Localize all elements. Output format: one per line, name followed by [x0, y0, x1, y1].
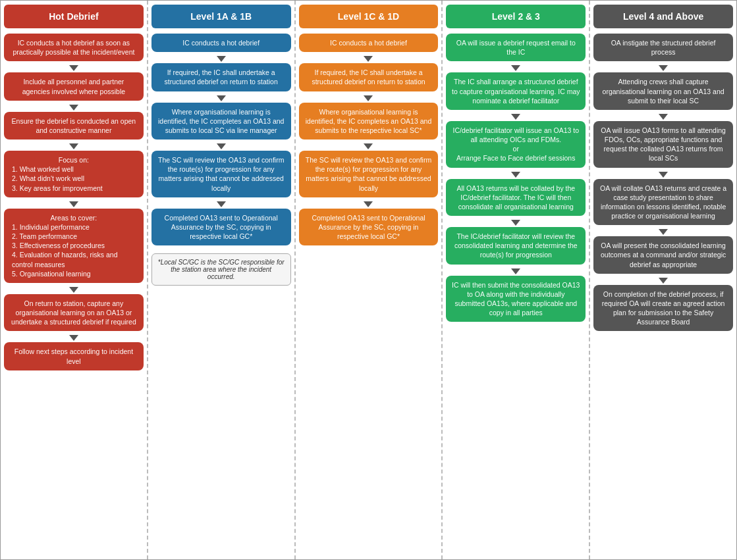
box-level-1c-1d-4: Completed OA13 sent to Operational Assur…: [299, 209, 439, 246]
flow-arrow: [69, 143, 78, 149]
box-level-4-above-2: OA will issue OA13 forms to all attendin…: [593, 121, 733, 168]
box-level-2-3-1: The IC shall arrange a structured debrie…: [446, 72, 586, 110]
flow-arrow: [659, 65, 668, 71]
header-level-1c-1d: Level 1C & 1D: [299, 5, 439, 28]
flow-arrow: [659, 114, 668, 120]
box-level-4-above-4: OA will present the consolidated learnin…: [593, 236, 733, 274]
flow-arrow: [217, 201, 226, 207]
box-hot-debrief-0: IC conducts a hot debrief as soon as pra…: [4, 34, 144, 61]
flow-arrow: [69, 65, 78, 71]
box-level-2-3-2: IC/debrief facilitator will issue an OA1…: [446, 121, 586, 168]
column-level-2-3: Level 2 & 3OA will issue a debrief reque…: [443, 1, 590, 559]
header-level-1a-1b: Level 1A & 1B: [151, 5, 291, 28]
box-level-1c-1d-0: IC conducts a hot debrief: [299, 34, 439, 52]
flow-arrow: [659, 278, 668, 284]
column-hot-debrief: Hot DebriefIC conducts a hot debrief as …: [1, 1, 148, 559]
box-level-1a-1b-0: IC conducts a hot debrief: [151, 34, 291, 52]
flow-arrow: [511, 268, 520, 274]
column-level-4-above: Level 4 and AboveOA instigate the struct…: [590, 1, 736, 559]
flow-arrow: [69, 201, 78, 207]
box-level-2-3-4: The IC/debrief facilitator will review t…: [446, 227, 586, 265]
box-level-4-above-0: OA instigate the structured debrief proc…: [593, 34, 733, 61]
box-level-2-3-5: IC will then submit the consolidated OA1…: [446, 276, 586, 322]
flow-arrow: [69, 335, 78, 341]
box-level-1a-1b-4: Completed OA13 sent to Operational Assur…: [151, 209, 291, 246]
box-level-1c-1d-2: Where organisational learning is identif…: [299, 103, 439, 140]
flow-arrow: [217, 143, 226, 149]
box-level-1a-1b-3: The SC will review the OA13 and confirm …: [151, 151, 291, 197]
box-level-4-above-5: On completion of the debrief process, if…: [593, 285, 733, 332]
box-hot-debrief-2: Ensure the debrief is conducted an open …: [4, 112, 144, 140]
flow-arrow: [69, 105, 78, 111]
box-level-4-above-3: OA will collate OA13 returns and create …: [593, 179, 733, 226]
box-level-2-3-3: All OA13 returns will be collated by the…: [446, 179, 586, 216]
flow-arrow: [511, 65, 520, 71]
box-hot-debrief-5: On return to station, capture any organi…: [4, 294, 144, 332]
flow-arrow: [511, 172, 520, 178]
flow-arrow: [659, 172, 668, 178]
box-level-1a-1b-1: If required, the IC shall undertake a st…: [151, 63, 291, 91]
box-hot-debrief-1: Include all personnel and partner agenci…: [4, 72, 144, 100]
box-hot-debrief-6: Follow next steps according to incident …: [4, 342, 144, 370]
box-level-2-3-0: OA will issue a debrief request email to…: [446, 34, 586, 61]
flow-arrow: [364, 95, 373, 101]
footnote: *Local SC/GC is the SC/GC responsible fo…: [151, 253, 291, 286]
flow-arrow: [511, 114, 520, 120]
flow-arrow: [69, 287, 78, 293]
flow-arrow: [217, 56, 226, 62]
flowchart-container: Hot DebriefIC conducts a hot debrief as …: [0, 0, 737, 560]
box-level-1c-1d-3: The SC will review the OA13 and confirm …: [299, 151, 439, 197]
box-hot-debrief-3: Focus on:1. What worked well2. What didn…: [4, 151, 144, 197]
flow-arrow: [217, 95, 226, 101]
box-hot-debrief-4: Areas to cover:1. Individual performance…: [4, 209, 144, 283]
header-hot-debrief: Hot Debrief: [4, 5, 144, 28]
flow-arrow: [364, 201, 373, 207]
flow-arrow: [364, 56, 373, 62]
header-level-2-3: Level 2 & 3: [446, 5, 586, 28]
column-level-1a-1b: Level 1A & 1BIC conducts a hot debriefIf…: [148, 1, 296, 559]
flow-arrow: [659, 229, 668, 235]
flow-arrow: [511, 220, 520, 226]
column-level-1c-1d: Level 1C & 1DIC conducts a hot debriefIf…: [296, 1, 443, 559]
header-level-4-above: Level 4 and Above: [593, 5, 733, 28]
box-level-1a-1b-2: Where organisational learning is identif…: [151, 103, 291, 140]
flow-arrow: [364, 143, 373, 149]
box-level-1c-1d-1: If required, the IC shall undertake a st…: [299, 63, 439, 91]
box-level-4-above-1: Attending crews shall capture organisati…: [593, 72, 733, 110]
